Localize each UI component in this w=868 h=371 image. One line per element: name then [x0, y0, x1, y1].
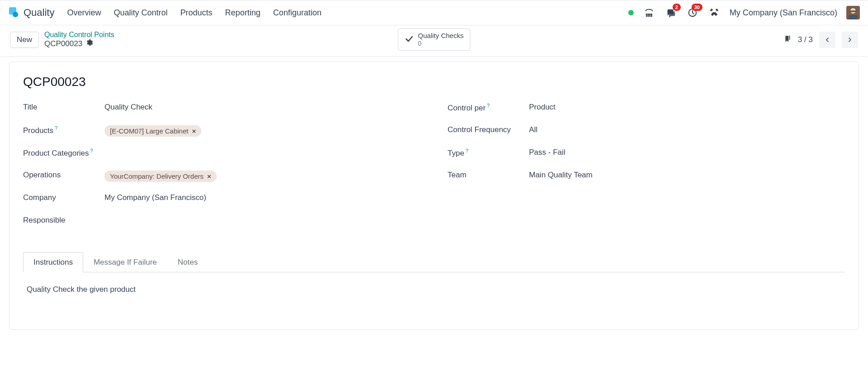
- stat-label: Quality Checks: [418, 32, 464, 40]
- tabs: Instructions Message If Failure Notes: [23, 252, 845, 272]
- value-products[interactable]: [E-COM07] Large Cabinet ×: [104, 125, 421, 137]
- label-responsible: Responsible: [23, 216, 104, 225]
- label-product-categories: Product Categories?: [23, 148, 104, 158]
- value-operations[interactable]: YourCompany: Delivery Orders ×: [104, 171, 421, 182]
- operation-tag[interactable]: YourCompany: Delivery Orders ×: [104, 171, 217, 182]
- tag-remove-icon[interactable]: ×: [192, 127, 196, 135]
- product-tag[interactable]: [E-COM07] Large Cabinet ×: [104, 125, 201, 137]
- company-selector[interactable]: My Company (San Francisco): [730, 8, 837, 18]
- bookmark-icon[interactable]: [783, 34, 792, 45]
- nav-reporting[interactable]: Reporting: [225, 8, 261, 18]
- label-type: Type?: [448, 148, 529, 158]
- svg-point-5: [648, 15, 649, 16]
- help-icon[interactable]: ?: [465, 148, 468, 153]
- help-icon[interactable]: ?: [90, 148, 93, 153]
- messages-badge: 2: [673, 4, 681, 11]
- tab-content-instructions[interactable]: Quality Check the given product: [23, 272, 845, 307]
- svg-point-2: [650, 14, 650, 15]
- value-title[interactable]: Quality Check: [104, 103, 421, 112]
- tools-icon[interactable]: [708, 6, 721, 19]
- svg-point-3: [651, 14, 652, 15]
- quality-checks-stat[interactable]: Quality Checks 0: [398, 29, 470, 51]
- tab-instructions[interactable]: Instructions: [23, 252, 83, 272]
- svg-point-4: [646, 15, 647, 16]
- new-button[interactable]: New: [10, 32, 39, 48]
- check-icon: [404, 34, 413, 45]
- svg-point-1: [648, 14, 649, 15]
- label-products: Products?: [23, 125, 104, 135]
- breadcrumb-parent[interactable]: Quality Control Points: [44, 31, 114, 39]
- record-name: QCP00023: [23, 75, 845, 89]
- label-control-frequency: Control Frequency: [448, 125, 529, 134]
- nav-overview[interactable]: Overview: [67, 8, 101, 18]
- activities-badge: 30: [692, 4, 702, 11]
- label-team: Team: [448, 171, 529, 180]
- activities-icon[interactable]: 30: [686, 6, 699, 19]
- value-type[interactable]: Pass - Fail: [529, 148, 845, 157]
- nav-quality-control[interactable]: Quality Control: [114, 8, 168, 18]
- nav-products[interactable]: Products: [180, 8, 213, 18]
- breadcrumb-current: QCP00023: [44, 39, 82, 48]
- tab-message-if-failure[interactable]: Message If Failure: [83, 252, 167, 272]
- breadcrumb: Quality Control Points QCP00023: [44, 31, 114, 48]
- gear-icon[interactable]: [86, 39, 93, 48]
- messages-icon[interactable]: 2: [664, 6, 677, 19]
- svg-rect-11: [850, 10, 856, 12]
- help-icon[interactable]: ?: [487, 103, 490, 108]
- value-control-frequency[interactable]: All: [529, 125, 845, 134]
- pager-text: 3 / 3: [798, 35, 813, 44]
- help-icon[interactable]: ?: [55, 125, 57, 131]
- pager-prev[interactable]: [819, 32, 835, 48]
- app-logo[interactable]: [8, 7, 19, 18]
- pager-next[interactable]: [842, 32, 858, 48]
- status-dot-icon: [628, 10, 634, 15]
- top-nav: Quality Overview Quality Control Product…: [0, 0, 868, 25]
- svg-rect-12: [849, 15, 858, 19]
- stat-value: 0: [418, 40, 464, 48]
- value-company[interactable]: My Company (San Francisco): [104, 193, 421, 202]
- product-tag-label: [E-COM07] Large Cabinet: [110, 127, 188, 135]
- value-team[interactable]: Main Quality Team: [529, 171, 845, 180]
- app-name[interactable]: Quality: [24, 7, 54, 19]
- label-company: Company: [23, 193, 104, 202]
- label-title: Title: [23, 103, 104, 112]
- svg-point-0: [646, 14, 647, 15]
- tab-notes[interactable]: Notes: [167, 252, 208, 272]
- value-control-per[interactable]: Product: [529, 103, 845, 112]
- svg-point-6: [650, 15, 650, 16]
- svg-point-7: [651, 15, 652, 16]
- form-sheet: QCP00023 Title Quality Check Products? […: [9, 62, 859, 330]
- avatar[interactable]: [846, 6, 860, 19]
- label-control-per: Control per?: [448, 103, 529, 113]
- control-panel: New Quality Control Points QCP00023 Qual…: [0, 25, 868, 57]
- tag-remove-icon[interactable]: ×: [207, 172, 211, 180]
- phone-icon[interactable]: [643, 6, 655, 19]
- operation-tag-label: YourCompany: Delivery Orders: [110, 172, 204, 180]
- label-operations: Operations: [23, 171, 104, 180]
- nav-configuration[interactable]: Configuration: [273, 8, 322, 18]
